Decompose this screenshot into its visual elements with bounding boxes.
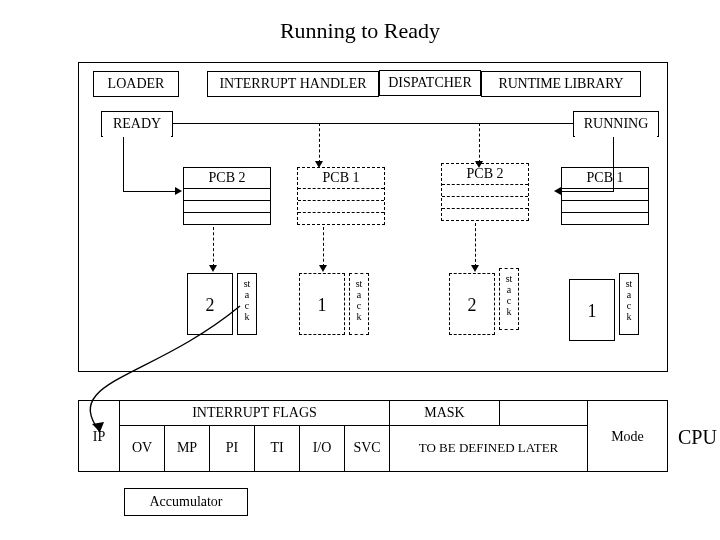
dashed-arrow-head [471,265,479,272]
ip-register: IP [78,400,120,472]
pcb-running-solid: PCB 1 [561,167,649,225]
proc-block-dashed: 1 [299,273,345,335]
cpu-block: IP INTERRUPT FLAGS MASK OV MP PI TI I/O … [78,400,668,472]
dashed-arrow [213,227,214,267]
queue-connector [173,123,573,124]
stack-label: st a c k [349,273,369,335]
flag-pi: PI [210,426,255,472]
pcb-label: PCB 1 [562,168,648,188]
accumulator-box: Accumulator [124,488,248,516]
tbdl-box: TO BE DEFINED LATER [390,426,588,472]
pcb-label: PCB 1 [298,168,384,188]
cpu-label: CPU [678,426,717,449]
flag-ov: OV [120,426,165,472]
dashed-arrow-head [315,161,323,168]
dashed-arrow [319,123,320,163]
pcb-label: PCB 2 [184,168,270,188]
stack-label: st a c k [619,273,639,335]
queue-running: RUNNING [573,111,659,137]
stack-label: st a c k [237,273,257,335]
dashed-arrow [475,223,476,267]
stack-label: st a c k [499,268,519,330]
flag-mp: MP [165,426,210,472]
running-arrow-head [554,187,561,195]
pcb-running-dashed: PCB 2 [441,163,529,221]
dashed-arrow-head [209,265,217,272]
mask-blank [500,400,588,426]
module-interrupt-handler: INTERRUPT HANDLER [207,71,379,97]
module-dispatcher: DISPATCHER [379,70,481,96]
dashed-arrow-head [319,265,327,272]
pcb-ready-dashed: PCB 1 [297,167,385,225]
ready-arrow-head [175,187,182,195]
ready-arrow [123,191,175,192]
flag-io: I/O [300,426,345,472]
flag-ti: TI [255,426,300,472]
page-title: Running to Ready [0,0,720,58]
module-runtime-library: RUNTIME LIBRARY [481,71,641,97]
ready-arrow [123,137,124,191]
dashed-arrow [479,123,480,163]
mask-header: MASK [390,400,500,426]
dashed-arrow-head [475,161,483,168]
proc-block-dashed: 2 [449,273,495,335]
proc-block: 2 [187,273,233,335]
scheduler-diagram: LOADER INTERRUPT HANDLER DISPATCHER RUNT… [78,62,668,372]
pcb-ready-solid: PCB 2 [183,167,271,225]
flag-svc: SVC [345,426,390,472]
proc-block: 1 [569,279,615,341]
mode-box: Mode [588,400,668,472]
pcb-label: PCB 2 [442,164,528,184]
module-loader: LOADER [93,71,179,97]
queue-ready: READY [101,111,173,137]
interrupt-flags-header: INTERRUPT FLAGS [120,400,390,426]
dashed-arrow [323,227,324,267]
